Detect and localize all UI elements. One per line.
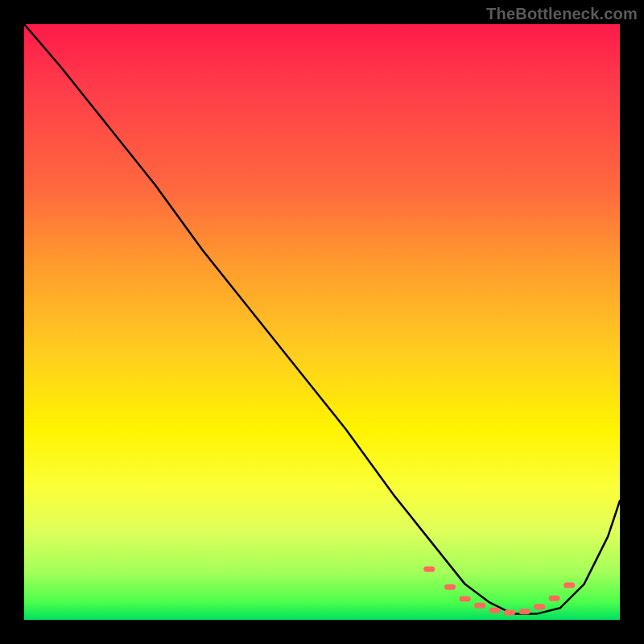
optimal-marker <box>504 610 515 616</box>
optimal-marker <box>423 567 435 572</box>
optimal-marker <box>489 608 501 613</box>
bottleneck-curve <box>24 24 620 614</box>
marker-group <box>423 567 575 616</box>
plot-area <box>24 24 620 620</box>
chart-canvas: TheBottleneck.com <box>0 0 644 644</box>
optimal-marker <box>444 584 456 590</box>
optimal-marker <box>534 604 545 609</box>
optimal-marker <box>460 597 471 602</box>
optimal-marker <box>474 603 485 609</box>
curve-group <box>24 24 620 614</box>
optimal-marker <box>549 596 560 601</box>
optimal-marker <box>519 609 530 614</box>
chart-svg <box>24 24 620 620</box>
optimal-marker <box>564 583 575 588</box>
watermark-text: TheBottleneck.com <box>486 5 638 23</box>
